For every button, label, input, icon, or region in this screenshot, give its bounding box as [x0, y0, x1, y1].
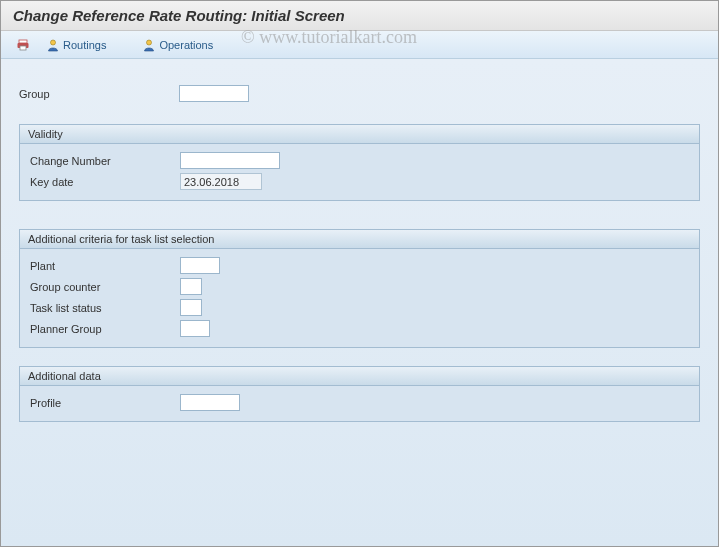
change-number-input[interactable]	[180, 152, 280, 169]
printer-icon	[16, 38, 30, 52]
validity-group: Validity Change Number Key date	[19, 124, 700, 201]
profile-input[interactable]	[180, 394, 240, 411]
toolbar: Routings Operations	[1, 31, 718, 59]
person-icon	[46, 38, 60, 52]
profile-label: Profile	[30, 397, 180, 409]
print-button[interactable]	[9, 35, 37, 55]
plant-label: Plant	[30, 260, 180, 272]
additional-header: Additional data	[20, 367, 699, 386]
title-bar: Change Reference Rate Routing: Initial S…	[1, 1, 718, 31]
group-label: Group	[19, 88, 179, 100]
operations-button[interactable]: Operations	[135, 35, 220, 55]
plant-row: Plant	[30, 257, 689, 274]
status-input[interactable]	[180, 299, 202, 316]
plant-input[interactable]	[180, 257, 220, 274]
svg-point-4	[147, 40, 152, 45]
group-input[interactable]	[179, 85, 249, 102]
group-row: Group	[19, 85, 700, 102]
criteria-group: Additional criteria for task list select…	[19, 229, 700, 348]
criteria-header: Additional criteria for task list select…	[20, 230, 699, 249]
group-counter-label: Group counter	[30, 281, 180, 293]
planner-row: Planner Group	[30, 320, 689, 337]
status-row: Task list status	[30, 299, 689, 316]
change-number-label: Change Number	[30, 155, 180, 167]
key-date-input[interactable]	[180, 173, 262, 190]
planner-label: Planner Group	[30, 323, 180, 335]
validity-header: Validity	[20, 125, 699, 144]
routings-button[interactable]: Routings	[39, 35, 113, 55]
routings-label: Routings	[63, 39, 106, 51]
svg-rect-0	[19, 40, 27, 43]
additional-group: Additional data Profile	[19, 366, 700, 422]
content-area: Group Validity Change Number Key date Ad…	[1, 59, 718, 547]
profile-row: Profile	[30, 394, 689, 411]
operations-label: Operations	[159, 39, 213, 51]
person-icon	[142, 38, 156, 52]
group-counter-input[interactable]	[180, 278, 202, 295]
key-date-row: Key date	[30, 173, 689, 190]
svg-rect-2	[20, 46, 26, 50]
change-number-row: Change Number	[30, 152, 689, 169]
group-counter-row: Group counter	[30, 278, 689, 295]
svg-point-3	[51, 40, 56, 45]
status-label: Task list status	[30, 302, 180, 314]
key-date-label: Key date	[30, 176, 180, 188]
page-title: Change Reference Rate Routing: Initial S…	[13, 7, 345, 24]
planner-input[interactable]	[180, 320, 210, 337]
